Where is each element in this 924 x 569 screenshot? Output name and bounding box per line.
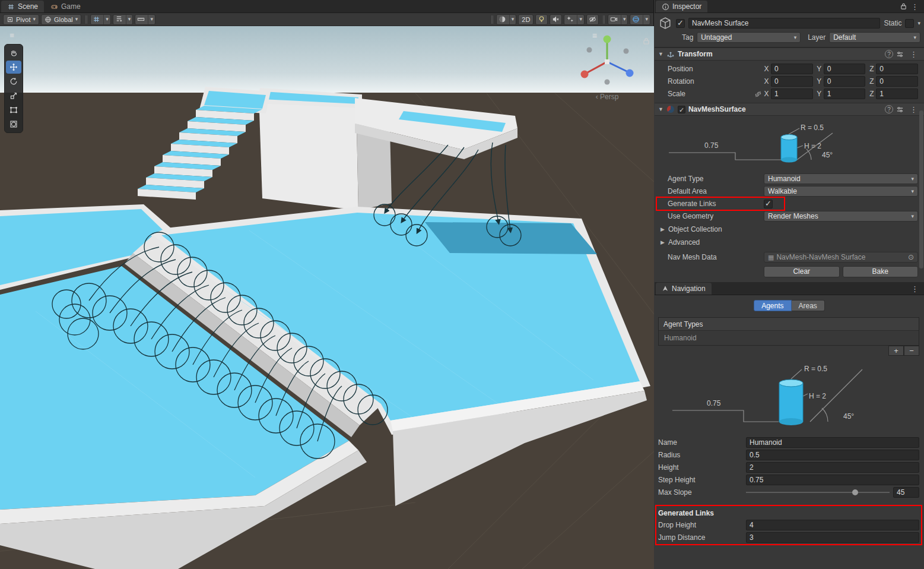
add-agent-type-button[interactable]: + bbox=[888, 346, 904, 356]
scale-icon bbox=[9, 91, 18, 100]
scale-axes: X Y Z bbox=[764, 88, 918, 99]
generated-links-title: Generated Links bbox=[655, 508, 924, 519]
tab-scene[interactable]: Scene bbox=[1, 1, 44, 12]
gizmos-button[interactable]: ▾ bbox=[630, 14, 650, 25]
agents-tab-button[interactable]: Agents bbox=[754, 300, 791, 311]
layer-dropdown[interactable]: Default ▾ bbox=[829, 32, 920, 43]
viewport-menu-icon[interactable]: ≡ bbox=[4, 31, 20, 40]
position-row: Position X Y Z bbox=[655, 63, 918, 75]
render-mode-button[interactable]: ▾ bbox=[496, 14, 517, 25]
position-y-input[interactable] bbox=[824, 64, 866, 74]
navmeshsurface-foldout-icon[interactable]: ▼ bbox=[658, 106, 663, 112]
transform-presets-icon[interactable] bbox=[896, 50, 904, 58]
scene-lighting-button[interactable] bbox=[535, 14, 548, 25]
pivot-caret-icon: ▾ bbox=[33, 17, 36, 22]
remove-agent-type-button[interactable]: − bbox=[904, 346, 919, 356]
bake-button[interactable]: Bake bbox=[843, 266, 919, 277]
effects-button[interactable]: ▾ bbox=[564, 14, 585, 25]
eye-crossed-icon bbox=[589, 15, 596, 23]
perspective-label[interactable]: ‹ Persp bbox=[569, 93, 646, 101]
gameobject-name-input[interactable] bbox=[688, 18, 880, 29]
use-geometry-dropdown[interactable]: Render Meshes ▾ bbox=[764, 211, 918, 222]
tag-dropdown[interactable]: Untagged ▾ bbox=[697, 32, 801, 43]
nav-mesh-data-label: Nav Mesh Data bbox=[668, 253, 764, 261]
rect-tool-button[interactable] bbox=[6, 103, 21, 116]
scale-y-input[interactable] bbox=[824, 88, 866, 99]
scene-viewport[interactable]: ≡ bbox=[0, 26, 654, 569]
static-checkbox[interactable] bbox=[905, 19, 914, 28]
static-caret-icon[interactable]: ▾ bbox=[917, 21, 920, 26]
gameobject-name-row: ✓ Static ▾ bbox=[658, 16, 920, 30]
object-picker-icon[interactable]: ⊙ bbox=[908, 253, 914, 261]
tab-navigation[interactable]: Navigation bbox=[656, 283, 712, 295]
areas-tab-button[interactable]: Areas bbox=[792, 300, 825, 311]
tab-game[interactable]: Game bbox=[45, 1, 87, 12]
navigation-kebab-icon[interactable]: ⋮ bbox=[908, 284, 922, 293]
step-height-input[interactable] bbox=[746, 475, 919, 485]
radius-input[interactable] bbox=[746, 450, 919, 460]
agent-type-dropdown[interactable]: Humanoid ▾ bbox=[764, 173, 918, 184]
jump-distance-input[interactable] bbox=[746, 532, 919, 543]
toolbar-separator bbox=[85, 15, 86, 24]
gizmo-lock-icon[interactable] bbox=[642, 37, 650, 45]
grid-visibility-button[interactable]: ▾ bbox=[90, 14, 111, 25]
name-input[interactable] bbox=[746, 437, 919, 448]
diagram-radius-label: R = 0.5 bbox=[801, 124, 824, 132]
orientation-gizmo[interactable]: ‹ Persp bbox=[569, 32, 646, 101]
rotation-x-input[interactable] bbox=[771, 76, 813, 87]
gameobject-active-checkbox[interactable]: ✓ bbox=[676, 19, 685, 28]
scene-audio-button[interactable] bbox=[550, 14, 562, 25]
default-area-dropdown[interactable]: Walkable ▾ bbox=[764, 186, 918, 197]
position-x-input[interactable] bbox=[771, 64, 813, 74]
height-input[interactable] bbox=[746, 462, 919, 473]
transform-foldout-icon[interactable]: ▼ bbox=[658, 51, 663, 57]
snap-toggle-button[interactable]: ▾ bbox=[113, 14, 134, 25]
global-button[interactable]: Global ▾ bbox=[41, 14, 81, 25]
navmeshsurface-help-icon[interactable]: ? bbox=[885, 105, 893, 113]
max-slope-slider[interactable] bbox=[746, 487, 890, 498]
scale-z-input[interactable] bbox=[876, 88, 918, 99]
hand-tool-button[interactable] bbox=[6, 46, 21, 59]
transform-tool-button[interactable] bbox=[6, 118, 21, 131]
transform-kebab-icon[interactable]: ⋮ bbox=[907, 50, 920, 59]
rotate-tool-button[interactable] bbox=[6, 75, 21, 88]
camera-overlay-button[interactable]: ▾ bbox=[608, 14, 628, 25]
scale-tool-button[interactable] bbox=[6, 89, 21, 102]
2d-toggle-button[interactable]: 2D bbox=[518, 14, 534, 25]
navmeshsurface-presets-icon[interactable] bbox=[896, 106, 904, 113]
navmeshsurface-title: NavMeshSurface bbox=[688, 105, 746, 113]
navmeshsurface-enabled-checkbox[interactable]: ✓ bbox=[678, 106, 685, 113]
nav-mesh-data-field[interactable]: ▦ NavMesh-NavMesh Surface ⊙ bbox=[764, 252, 918, 263]
scale-link-icon[interactable] bbox=[754, 90, 762, 98]
rotation-y-input[interactable] bbox=[824, 76, 866, 87]
scale-x-input[interactable] bbox=[771, 88, 813, 99]
increment-snap-button[interactable]: ▾ bbox=[135, 14, 155, 25]
inspector-scrollbar[interactable] bbox=[919, 110, 923, 268]
nav-diagram-height-label: H = 2 bbox=[809, 392, 826, 400]
clear-button[interactable]: Clear bbox=[764, 266, 840, 277]
name-row: Name bbox=[655, 437, 919, 448]
max-slope-input[interactable] bbox=[893, 487, 919, 498]
navmeshsurface-kebab-icon[interactable]: ⋮ bbox=[907, 105, 920, 114]
navmeshsurface-header[interactable]: ▼ ✓ NavMeshSurface ? ⋮ bbox=[655, 103, 924, 116]
drop-height-input[interactable] bbox=[746, 520, 919, 530]
inspector-lock-icon[interactable] bbox=[900, 2, 907, 10]
transform-help-icon[interactable]: ? bbox=[885, 50, 893, 58]
advanced-foldout-icon: ▶ bbox=[661, 239, 665, 245]
rotation-z-input[interactable] bbox=[876, 76, 918, 87]
pivot-button[interactable]: Pivot ▾ bbox=[3, 14, 39, 25]
rect-tool-icon bbox=[9, 106, 18, 114]
agent-type-caret-icon: ▾ bbox=[911, 176, 914, 182]
position-z-input[interactable] bbox=[876, 64, 918, 74]
transform-header[interactable]: ▼ Transform ? ⋮ bbox=[655, 48, 924, 61]
inspector-kebab-icon[interactable]: ⋮ bbox=[908, 2, 922, 11]
advanced-foldout[interactable]: ▶ Advanced bbox=[655, 236, 924, 249]
tab-inspector[interactable]: Inspector bbox=[656, 1, 707, 12]
agent-type-list-item[interactable]: Humanoid bbox=[659, 331, 919, 345]
gizmos-globe-icon bbox=[632, 15, 640, 23]
move-tool-button[interactable] bbox=[6, 61, 21, 74]
generate-links-checkbox[interactable]: ✓ bbox=[764, 200, 773, 208]
hidden-objects-button[interactable] bbox=[586, 14, 599, 25]
object-collection-foldout[interactable]: ▶ Object Collection bbox=[655, 223, 924, 236]
slider-thumb[interactable] bbox=[852, 489, 858, 495]
